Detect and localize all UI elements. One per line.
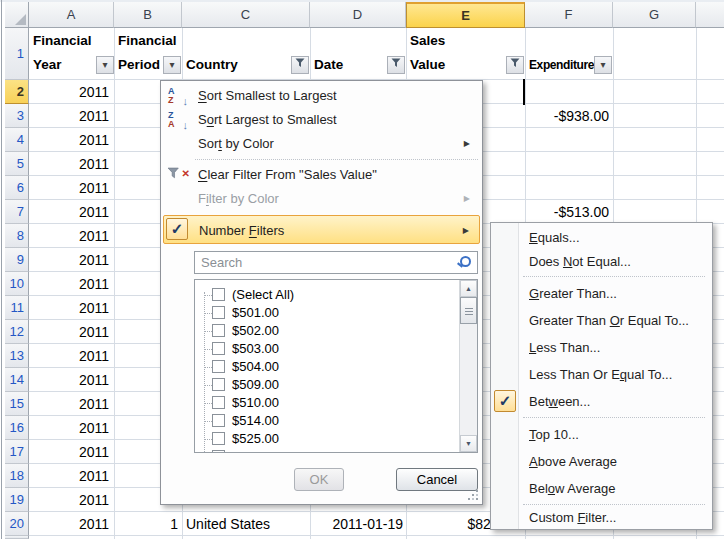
search-icon[interactable] — [457, 256, 470, 269]
checkbox-unchecked[interactable] — [212, 360, 225, 373]
menu-item-sort-smallest-to-largest[interactable]: AZ↓ Sort Smallest to Largest — [163, 84, 480, 108]
row-header-13[interactable]: 13 — [5, 344, 29, 368]
cell-F3[interactable]: -$938.00 — [525, 104, 609, 128]
filter-list-item[interactable]: $503.00 — [195, 340, 441, 358]
checkbox-unchecked[interactable] — [212, 324, 225, 337]
cell-A3[interactable]: 2011 — [29, 104, 109, 128]
checkbox-unchecked[interactable] — [212, 306, 225, 319]
row-header-2[interactable]: 2 — [5, 80, 29, 104]
cell-A15[interactable]: 2011 — [29, 392, 109, 416]
cell-F7[interactable]: -$513.00 — [525, 200, 609, 224]
row-header-5[interactable]: 5 — [5, 152, 29, 176]
column-header-E-selected[interactable]: E — [406, 2, 525, 28]
submenu-item-equals[interactable]: Equals... — [492, 226, 711, 250]
cell-A19[interactable]: 2011 — [29, 488, 109, 512]
select-all-corner[interactable] — [5, 2, 29, 28]
filter-dropdown-button-financial-year[interactable]: ▾ — [96, 56, 114, 74]
search-input[interactable] — [195, 252, 459, 273]
cell-A7[interactable]: 2011 — [29, 200, 109, 224]
checkbox-unchecked[interactable] — [212, 414, 225, 427]
submenu-item-top-10[interactable]: Top 10... — [492, 421, 711, 448]
menu-item-sort-by-color[interactable]: Sort by Color ▶ — [163, 132, 480, 156]
ok-button[interactable]: OK — [294, 468, 344, 491]
filter-list-item[interactable]: $501.00 — [195, 304, 441, 322]
cell-A17[interactable]: 2011 — [29, 440, 109, 464]
row-header-11[interactable]: 11 — [5, 296, 29, 320]
submenu-item-below-average[interactable]: Below Average — [492, 475, 711, 502]
checkbox-unchecked[interactable] — [212, 396, 225, 409]
row-header-19[interactable]: 19 — [5, 488, 29, 512]
cell-D20[interactable]: 2011-01-19 — [310, 512, 403, 536]
row-header-3[interactable]: 3 — [5, 104, 29, 128]
submenu-item-custom-filter[interactable]: Custom Filter... — [492, 507, 711, 529]
filter-list-item[interactable]: $502.00 — [195, 322, 441, 340]
checkbox-unchecked[interactable] — [212, 450, 225, 453]
filter-funnel-button-country[interactable] — [291, 56, 309, 74]
row-header-20[interactable]: 20 — [5, 512, 29, 536]
submenu-item-less-than-or-equal[interactable]: Less Than Or Equal To... — [492, 361, 711, 388]
row-header-16[interactable]: 16 — [5, 416, 29, 440]
checkbox-unchecked[interactable] — [212, 288, 225, 301]
menu-item-number-filters[interactable]: ✓ Number Filters ▶ — [163, 215, 480, 244]
filter-list-item[interactable]: (Select All) — [195, 286, 441, 304]
cell-A5[interactable]: 2011 — [29, 152, 109, 176]
filter-dropdown-button-expenditure[interactable]: ▾ — [594, 56, 612, 74]
filter-dropdown-button-financial-period[interactable]: ▾ — [163, 56, 181, 74]
cell-A10[interactable]: 2011 — [29, 272, 109, 296]
filter-list-item[interactable]: $514.00 — [195, 412, 441, 430]
row-header-10[interactable]: 10 — [5, 272, 29, 296]
cell-A16[interactable]: 2011 — [29, 416, 109, 440]
row-header-4[interactable]: 4 — [5, 128, 29, 152]
submenu-item-greater-than-or-equal[interactable]: Greater Than Or Equal To... — [492, 307, 711, 334]
checkbox-unchecked[interactable] — [212, 342, 225, 355]
cell-A12[interactable]: 2011 — [29, 320, 109, 344]
menu-item-clear-filter[interactable]: ✕ Clear Filter From "Sales Value" — [163, 163, 480, 187]
cell-A18[interactable]: 2011 — [29, 464, 109, 488]
filter-list-item[interactable]: $510.00 — [195, 394, 441, 412]
column-header-F[interactable]: F — [525, 2, 613, 28]
resize-grip[interactable] — [470, 492, 479, 501]
filter-list-item[interactable]: $509.00 — [195, 376, 441, 394]
submenu-item-less-than[interactable]: Less Than... — [492, 334, 711, 361]
cancel-button[interactable]: Cancel — [396, 468, 478, 491]
submenu-item-does-not-equal[interactable]: Does Not Equal... — [492, 250, 711, 274]
submenu-item-between[interactable]: ✓ Between... — [492, 388, 711, 415]
cell-A20[interactable]: 2011 — [29, 512, 109, 536]
submenu-item-greater-than[interactable]: Greater Than... — [492, 280, 711, 307]
menu-item-sort-largest-to-smallest[interactable]: ZA↓ Sort Largest to Smallest — [163, 108, 480, 132]
cell-A2[interactable]: 2011 — [29, 80, 109, 104]
filter-list-item[interactable]: $525.00 — [195, 430, 441, 448]
cell-A13[interactable]: 2011 — [29, 344, 109, 368]
row-header-9[interactable]: 9 — [5, 248, 29, 272]
cell-B20[interactable]: 1 — [114, 512, 178, 536]
scroll-up-button[interactable]: ▲ — [460, 280, 477, 297]
row-header-14[interactable]: 14 — [5, 368, 29, 392]
cell-C20[interactable]: United States — [186, 512, 306, 536]
cell-A6[interactable]: 2011 — [29, 176, 109, 200]
column-header-partial[interactable] — [696, 2, 724, 28]
row-header-1[interactable]: 1 — [5, 28, 29, 80]
row-header-12[interactable]: 12 — [5, 320, 29, 344]
scroll-down-button[interactable]: ▼ — [460, 435, 477, 452]
row-header-17[interactable]: 17 — [5, 440, 29, 464]
row-header-18[interactable]: 18 — [5, 464, 29, 488]
filter-funnel-button-date[interactable] — [387, 56, 405, 74]
row-header-8[interactable]: 8 — [5, 224, 29, 248]
row-header-15[interactable]: 15 — [5, 392, 29, 416]
row-header-7[interactable]: 7 — [5, 200, 29, 224]
column-header-A[interactable]: A — [29, 2, 114, 28]
checkbox-unchecked[interactable] — [212, 432, 225, 445]
column-header-G[interactable]: G — [613, 2, 696, 28]
row-header-6[interactable]: 6 — [5, 176, 29, 200]
scroll-thumb[interactable] — [460, 297, 477, 324]
column-header-B[interactable]: B — [114, 2, 182, 28]
cell-A4[interactable]: 2011 — [29, 128, 109, 152]
cell-A9[interactable]: 2011 — [29, 248, 109, 272]
submenu-item-above-average[interactable]: Above Average — [492, 448, 711, 475]
scrollbar[interactable]: ▲ ▼ — [459, 280, 477, 452]
filter-funnel-button-sales-value[interactable] — [506, 56, 524, 74]
filter-list-item[interactable]: $504.00 — [195, 358, 441, 376]
cell-A14[interactable]: 2011 — [29, 368, 109, 392]
column-header-C[interactable]: C — [182, 2, 310, 28]
column-header-D[interactable]: D — [310, 2, 406, 28]
